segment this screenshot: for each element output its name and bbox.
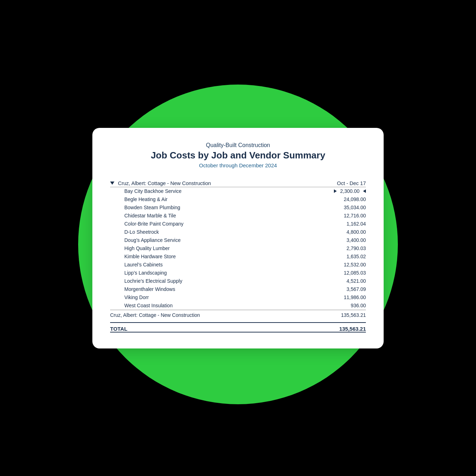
table-row: Color-Brite Paint Company 1,162.04: [110, 220, 366, 228]
report-period: October through December 2024: [110, 162, 366, 168]
total-amount: 135,563.21: [304, 323, 366, 332]
table-row: Bay City Backhoe Service 2,300.00: [110, 187, 366, 195]
vendor-name: Laurel’s Cabinets: [110, 261, 304, 269]
column-header: Oct - Dec 17: [304, 178, 366, 187]
vendor-name: High Quality Lumber: [110, 244, 304, 253]
subtotal-amount: 135,563.21: [304, 310, 366, 319]
report-card: Quality-Built Construction Job Costs by …: [92, 128, 384, 348]
nav-left-icon[interactable]: [363, 189, 366, 193]
vendor-amount: 2,790.03: [304, 244, 366, 253]
vendor-amount: 2,300.00: [304, 187, 366, 195]
table-row: Begle Heating & Air 24,098.00: [110, 195, 366, 204]
report-header: Quality-Built Construction Job Costs by …: [110, 142, 366, 168]
vendor-name: Begle Heating & Air: [110, 195, 304, 204]
vendor-amount: 35,034.00: [304, 204, 366, 212]
vendor-name: Kimble Hardware Store: [110, 253, 304, 261]
vendor-amount: 4,800.00: [304, 228, 366, 236]
vendor-name: Lochrie’s Electrical Supply: [110, 277, 304, 285]
table-row: Viking Dorr 11,986.00: [110, 293, 366, 302]
job-header-row: Cruz, Albert: Cottage - New Construction…: [110, 178, 366, 187]
vendor-name: West Coast Insulation: [110, 302, 304, 310]
table-row: D-Lo Sheetrock 4,800.00: [110, 228, 366, 236]
vendor-amount: 24,098.00: [304, 195, 366, 204]
table-row: Bowden Steam Plumbing 35,034.00: [110, 204, 366, 212]
report-title: Job Costs by Job and Vendor Summary: [110, 150, 366, 161]
table-row: West Coast Insulation 936.00: [110, 302, 366, 310]
vendor-amount: 12,085.03: [304, 269, 366, 277]
table-row: High Quality Lumber 2,790.03: [110, 244, 366, 253]
table-row: Lochrie’s Electrical Supply 4,521.00: [110, 277, 366, 285]
vendor-amount: 1,635.02: [304, 253, 366, 261]
vendor-name: D-Lo Sheetrock: [110, 228, 304, 236]
vendor-name: Morgenthaler Windows: [110, 285, 304, 293]
vendor-name: Chidestar Marble & Tile: [110, 212, 304, 220]
spacer-row: [110, 319, 366, 323]
table-row: Kimble Hardware Store 1,635.02: [110, 253, 366, 261]
vendor-amount: 936.00: [304, 302, 366, 310]
collapse-icon[interactable]: [110, 182, 114, 185]
table-row: Morgenthaler Windows 3,567.09: [110, 285, 366, 293]
vendor-name: Bowden Steam Plumbing: [110, 204, 304, 212]
total-row: TOTAL 135,563.21: [110, 323, 366, 332]
job-label: Cruz, Albert: Cottage - New Construction: [110, 178, 304, 187]
table-row: Chidestar Marble & Tile 12,716.00: [110, 212, 366, 220]
vendor-name: Color-Brite Paint Company: [110, 220, 304, 228]
subtotal-label: Cruz, Albert: Cottage - New Construction: [110, 310, 304, 319]
vendor-name: Bay City Backhoe Service: [110, 187, 304, 195]
company-name: Quality-Built Construction: [110, 142, 366, 148]
vendor-name: Viking Dorr: [110, 293, 304, 302]
subtotal-row: Cruz, Albert: Cottage - New Construction…: [110, 310, 366, 319]
table-row: Lipp’s Landscaping 12,085.03: [110, 269, 366, 277]
total-label: TOTAL: [110, 323, 304, 332]
vendor-amount: 12,716.00: [304, 212, 366, 220]
table-row: Laurel’s Cabinets 12,532.00: [110, 261, 366, 269]
vendor-amount: 4,521.00: [304, 277, 366, 285]
vendor-name: Doug’s Appliance Service: [110, 236, 304, 244]
report-table: Cruz, Albert: Cottage - New Construction…: [110, 178, 366, 332]
vendor-amount: 12,532.00: [304, 261, 366, 269]
vendor-name: Lipp’s Landscaping: [110, 269, 304, 277]
vendor-amount: 11,986.00: [304, 293, 366, 302]
nav-right-icon[interactable]: [334, 189, 337, 193]
table-row: Doug’s Appliance Service 3,400.00: [110, 236, 366, 244]
vendor-amount: 3,567.09: [304, 285, 366, 293]
vendor-amount: 3,400.00: [304, 236, 366, 244]
vendor-amount: 1,162.04: [304, 220, 366, 228]
